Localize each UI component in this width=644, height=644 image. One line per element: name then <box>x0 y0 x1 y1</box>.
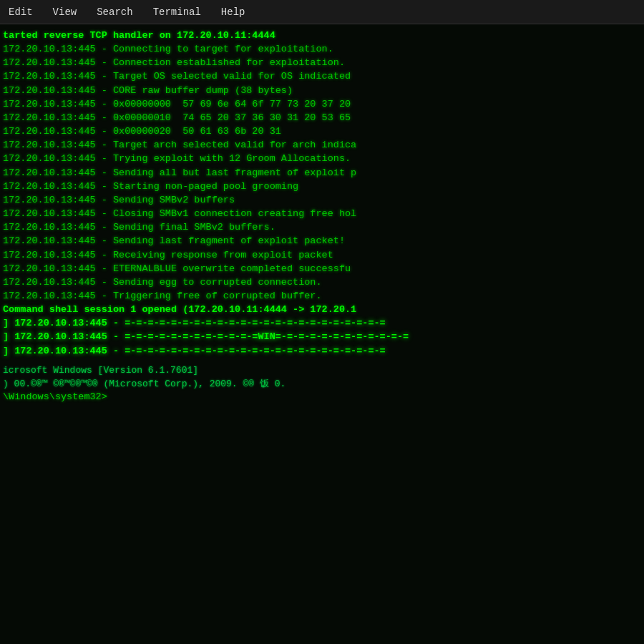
terminal-line: 172.20.10.13:445 - Receiving response fr… <box>3 248 641 262</box>
terminal-body: tarted reverse TCP handler on 172.20.10.… <box>0 24 644 644</box>
terminal-line: 172.20.10.13:445 - Sending egg to corrup… <box>3 275 641 289</box>
windows-copyright: ) 00.©®™ ©®™©®™©® (Microsoft Corp.), 200… <box>3 377 641 391</box>
win-line: ] 172.20.10.13:445 - =-=-=-=-=-=-=-=-=-=… <box>3 330 641 343</box>
win-line: ] 172.20.10.13:445 - =-=-=-=-=-=-=-=-=-=… <box>3 344 641 358</box>
terminal-line: 172.20.10.13:445 - Starting non-paged po… <box>3 180 641 193</box>
terminal-line: 172.20.10.13:445 - Target OS selected va… <box>3 69 641 83</box>
menu-item-search[interactable]: Search <box>94 5 135 19</box>
terminal-line: 172.20.10.13:445 - Connection establishe… <box>3 56 641 69</box>
menu-item-help[interactable]: Help <box>218 5 248 19</box>
terminal-line: Command shell session 1 opened (172.20.1… <box>3 303 641 316</box>
terminal-line: 172.20.10.13:445 - Sending final SMBv2 b… <box>3 220 641 234</box>
terminal-line: 172.20.10.13:445 - Sending SMBv2 buffers <box>3 193 641 207</box>
terminal-line: 172.20.10.13:445 - Connecting to target … <box>3 42 641 56</box>
terminal-line: tarted reverse TCP handler on 172.20.10.… <box>3 29 641 42</box>
terminal-line: 172.20.10.13:445 - Triggering free of co… <box>3 289 641 303</box>
terminal-line: 172.20.10.13:445 - Closing SMBv1 connect… <box>3 207 641 220</box>
terminal-line: 172.20.10.13:445 - Sending last fragment… <box>3 234 641 248</box>
win-line: ] 172.20.10.13:445 - =-=-=-=-=-=-=-=-=-=… <box>3 316 641 330</box>
command-prompt[interactable]: \Windows\system32> <box>3 391 641 402</box>
terminal-line: 172.20.10.13:445 - Target arch selected … <box>3 138 641 152</box>
menu-bar: Edit View Search Terminal Help <box>0 0 644 24</box>
terminal-line: 172.20.10.13:445 - 0x00000000 57 69 6e 6… <box>3 97 641 111</box>
terminal-line: 172.20.10.13:445 - Sending all but last … <box>3 166 641 180</box>
terminal-line: 172.20.10.13:445 - Trying exploit with 1… <box>3 152 641 165</box>
terminal-line: 172.20.10.13:445 - CORE raw buffer dump … <box>3 84 641 97</box>
menu-item-terminal[interactable]: Terminal <box>150 5 204 19</box>
terminal-output: tarted reverse TCP handler on 172.20.10.… <box>3 29 641 316</box>
terminal-line: 172.20.10.13:445 - 0x00000010 74 65 20 3… <box>3 111 641 125</box>
windows-version: icrosoft Windows [Version 6.1.7601] <box>3 364 641 378</box>
menu-item-view[interactable]: View <box>50 5 80 19</box>
win-output: ] 172.20.10.13:445 - =-=-=-=-=-=-=-=-=-=… <box>3 316 641 357</box>
menu-item-edit[interactable]: Edit <box>6 5 36 19</box>
terminal-line: 172.20.10.13:445 - ETERNALBLUE overwrite… <box>3 262 641 275</box>
terminal-line: 172.20.10.13:445 - 0x00000020 50 61 63 6… <box>3 125 641 138</box>
terminal-bottom: icrosoft Windows [Version 6.1.7601] ) 00… <box>3 364 641 402</box>
